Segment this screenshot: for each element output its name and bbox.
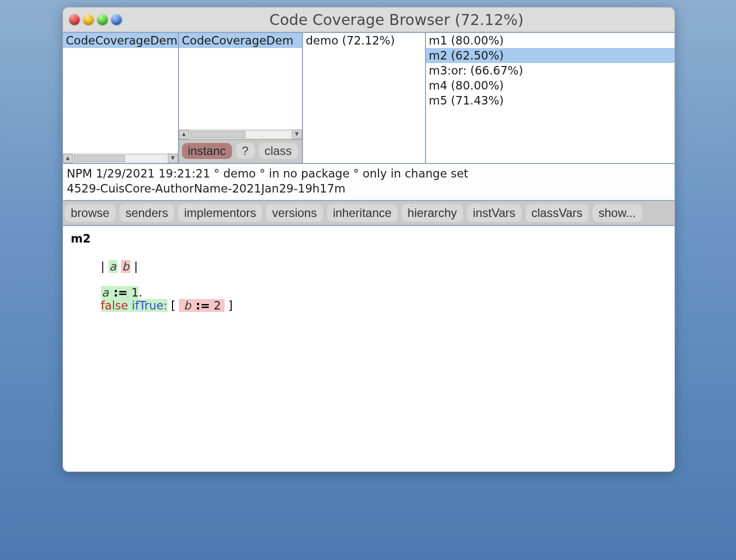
protocols-pane: demo (72.12%) xyxy=(303,33,426,163)
classvars-button[interactable]: classVars xyxy=(526,204,588,222)
list-item[interactable]: CodeCoverageDem xyxy=(63,33,178,48)
list-item[interactable]: m3:or: (66.67%) xyxy=(426,63,674,78)
inheritance-button[interactable]: inheritance xyxy=(327,204,398,222)
hierarchy-button[interactable]: hierarchy xyxy=(402,204,463,222)
maximize-icon[interactable] xyxy=(97,14,108,25)
methods-list[interactable]: m1 (80.00%) m2 (62.50%) m3:or: (66.67%) … xyxy=(426,33,674,163)
minimize-icon[interactable] xyxy=(83,14,94,25)
code-line: a := 1. xyxy=(71,286,666,299)
temp-var-uncovered: b xyxy=(121,260,130,273)
scroll-left-icon[interactable]: ▲ xyxy=(63,154,73,163)
code-coverage-browser-window: Code Coverage Browser (72.12%) CodeCover… xyxy=(62,7,675,472)
list-item[interactable]: m4 (80.00%) xyxy=(426,78,674,93)
annotation-pane: NPM 1/29/2021 19:21:21 ° demo ° in no pa… xyxy=(63,163,674,201)
instvars-button[interactable]: instVars xyxy=(467,204,522,222)
temp-declaration: | a b | xyxy=(71,260,666,273)
protocols-list[interactable]: demo (72.12%) xyxy=(303,33,425,163)
button-bar: browse senders implementors versions inh… xyxy=(63,201,674,226)
list-item[interactable]: demo (72.12%) xyxy=(303,33,425,48)
scroll-right-icon[interactable]: ▼ xyxy=(168,154,178,163)
instance-class-switch: instanc ? class xyxy=(179,139,302,163)
packages-hscrollbar[interactable]: ▲ ▼ xyxy=(63,154,178,163)
titlebar[interactable]: Code Coverage Browser (72.12%) xyxy=(63,8,674,32)
classes-hscrollbar[interactable]: ▲ ▼ xyxy=(179,130,302,139)
scroll-track[interactable] xyxy=(74,155,167,162)
window-menu-icon[interactable] xyxy=(111,14,122,25)
help-button[interactable]: ? xyxy=(236,143,254,159)
senders-button[interactable]: senders xyxy=(120,204,174,222)
code-pane[interactable]: m2 | a b | a := 1. false ifTrue: [ b := … xyxy=(63,226,674,472)
list-item[interactable]: m2 (62.50%) xyxy=(426,48,674,63)
browse-button[interactable]: browse xyxy=(65,204,116,222)
packages-list[interactable]: CodeCoverageDem xyxy=(63,33,178,154)
methods-pane: m1 (80.00%) m2 (62.50%) m3:or: (66.67%) … xyxy=(426,33,674,163)
implementors-button[interactable]: implementors xyxy=(178,204,262,222)
list-item[interactable]: CodeCoverageDem xyxy=(179,33,302,48)
code-line: false ifTrue: [ b := 2 ] xyxy=(71,299,666,312)
classes-list[interactable]: CodeCoverageDem xyxy=(179,33,302,130)
scroll-left-icon[interactable]: ▲ xyxy=(179,130,189,139)
close-icon[interactable] xyxy=(69,14,80,25)
browser-panes: CodeCoverageDem ▲ ▼ CodeCoverageDem ▲ xyxy=(63,32,674,163)
scroll-right-icon[interactable]: ▼ xyxy=(292,130,302,139)
classes-pane: CodeCoverageDem ▲ ▼ instanc ? class xyxy=(179,33,303,163)
window-title: Code Coverage Browser (72.12%) xyxy=(125,11,668,28)
show-button[interactable]: show... xyxy=(592,204,642,222)
packages-pane: CodeCoverageDem ▲ ▼ xyxy=(63,33,179,163)
versions-button[interactable]: versions xyxy=(266,204,322,222)
scroll-track[interactable] xyxy=(190,131,291,138)
list-item[interactable]: m5 (71.43%) xyxy=(426,93,674,108)
annotation-line: 4529-CuisCore-AuthorName-2021Jan29-19h17… xyxy=(67,181,670,196)
instance-button[interactable]: instanc xyxy=(182,143,232,159)
temp-var-covered: a xyxy=(108,260,118,273)
list-item[interactable]: m1 (80.00%) xyxy=(426,33,674,48)
class-button[interactable]: class xyxy=(258,143,298,159)
method-name: m2 xyxy=(71,232,666,245)
annotation-line: NPM 1/29/2021 19:21:21 ° demo ° in no pa… xyxy=(67,166,670,181)
